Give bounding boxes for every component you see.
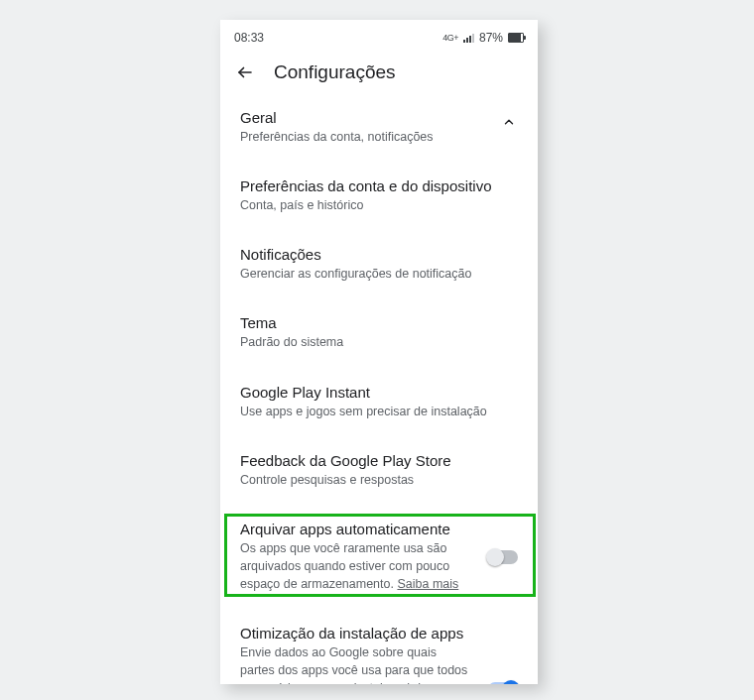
network-type-icon: 4G+ — [442, 33, 458, 43]
app-header: Configurações — [220, 52, 538, 97]
section-general-sub: Preferências da conta, notificações — [240, 128, 518, 146]
battery-pct: 87% — [479, 31, 503, 45]
item-sub: Gerenciar as configurações de notificaçã… — [240, 265, 518, 283]
item-label: Notificações — [240, 246, 518, 263]
chevron-up-icon — [502, 115, 516, 133]
item-label: Tema — [240, 314, 518, 331]
item-label: Otimização da instalação de apps — [240, 625, 472, 642]
item-feedback[interactable]: Feedback da Google Play Store Controle p… — [220, 440, 538, 503]
item-sub: Os apps que você raramente usa são arqui… — [240, 539, 472, 593]
item-notifications[interactable]: Notificações Gerenciar as configurações … — [220, 234, 538, 296]
item-sub-text: Envie dados ao Google sobre quais partes… — [240, 645, 467, 684]
page-title: Configurações — [274, 61, 396, 83]
item-install-optimization[interactable]: Otimização da instalação de apps Envie d… — [220, 613, 538, 684]
item-sub: Padrão do sistema — [240, 333, 518, 351]
battery-icon — [508, 33, 524, 43]
item-sub: Envie dados ao Google sobre quais partes… — [240, 643, 472, 684]
section-general-label: Geral — [240, 109, 518, 126]
auto-archive-toggle[interactable] — [488, 550, 518, 564]
item-account-prefs[interactable]: Preferências da conta e do dispositivo C… — [220, 166, 538, 228]
item-theme[interactable]: Tema Padrão do sistema — [220, 302, 538, 365]
item-play-instant[interactable]: Google Play Instant Use apps e jogos sem… — [220, 372, 538, 434]
item-label: Preferências da conta e do dispositivo — [240, 177, 518, 194]
learn-more-link[interactable]: Saiba mais — [397, 577, 458, 591]
item-label: Arquivar apps automaticamente — [240, 521, 472, 537]
item-sub: Conta, país e histórico — [240, 196, 518, 214]
item-label: Feedback da Google Play Store — [240, 452, 518, 469]
install-optimization-toggle[interactable] — [488, 682, 518, 684]
item-label: Google Play Instant — [240, 384, 518, 401]
item-sub: Use apps e jogos sem precisar de instala… — [240, 403, 518, 420]
signal-icon — [463, 34, 474, 43]
back-arrow-icon[interactable] — [236, 63, 254, 81]
item-sub: Controle pesquisas e respostas — [240, 471, 518, 489]
item-auto-archive[interactable]: Arquivar apps automaticamente Os apps qu… — [220, 509, 538, 607]
phone-frame: 08:33 4G+ 87% Configurações Geral Prefer… — [220, 20, 538, 684]
section-general[interactable]: Geral Preferências da conta, notificaçõe… — [220, 97, 538, 160]
status-time: 08:33 — [234, 31, 264, 45]
status-bar: 08:33 4G+ 87% — [220, 20, 538, 52]
